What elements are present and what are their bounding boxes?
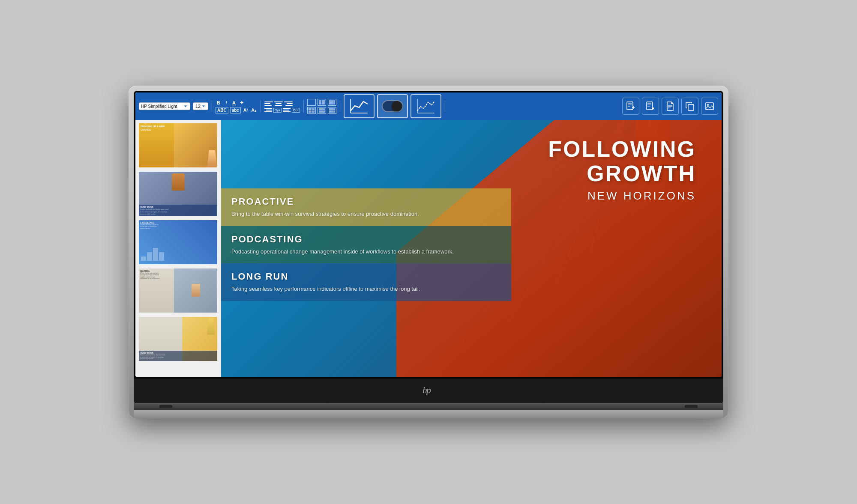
chart-button[interactable] — [344, 94, 375, 118]
layout-single-button[interactable] — [307, 99, 316, 106]
align-right-button[interactable] — [284, 100, 293, 107]
small-chart-icon — [415, 98, 437, 114]
slide-2-content: TEAM WORK Ensure activities led by the t… — [139, 172, 217, 216]
align-row-1 — [264, 100, 300, 107]
italic-button[interactable]: I — [223, 100, 229, 106]
alignment-group: Opt Opt — [264, 100, 300, 113]
monitor-stand-base — [134, 410, 723, 418]
bottom-port-right — [685, 405, 698, 408]
podcasting-block: PODCASTING Podcasting operational change… — [221, 226, 511, 264]
align-row-2: Opt Opt — [264, 108, 300, 113]
slide-thumbnail-3[interactable]: EXCELLENCE Into the elements, heads upon… — [138, 219, 218, 265]
edit-notes-icon — [645, 101, 656, 111]
font-selector[interactable]: HP Simplified Light — [139, 102, 190, 110]
right-toolbar-icons — [622, 98, 718, 115]
slide-5-content: TEAM WORK Ensure activities led by the t… — [139, 317, 217, 361]
abc-lower-button[interactable]: abc — [230, 107, 241, 113]
copy-button[interactable] — [681, 98, 698, 115]
font-size-dropdown-arrow[interactable] — [201, 104, 206, 109]
layout-row-2 — [307, 107, 336, 114]
svg-text:hp: hp — [423, 385, 431, 395]
hp-brand-icon: hp — [422, 384, 435, 396]
toggle-circle — [392, 101, 402, 111]
font-size-selector[interactable]: 12 — [193, 102, 208, 110]
slides-panel: BRINGING UP A NEW CHANGE — [135, 120, 221, 377]
hp-logo-area: hp — [134, 379, 723, 403]
image-button[interactable] — [701, 98, 718, 115]
document-button[interactable] — [662, 98, 679, 115]
layout-three-row-button[interactable] — [328, 107, 336, 114]
slide-1-content: BRINGING UP A NEW CHANGE — [139, 123, 217, 167]
align-left-button[interactable] — [264, 100, 273, 107]
layout-row-1 — [307, 99, 336, 106]
sep5 — [445, 100, 445, 112]
slide-thumbnail-2[interactable]: TEAM WORK Ensure activities led by the t… — [138, 171, 218, 217]
bold-button[interactable]: B — [216, 100, 222, 106]
align-center-button[interactable] — [274, 100, 283, 107]
opt-button-2[interactable]: Opt — [292, 108, 300, 113]
sep2 — [261, 100, 261, 112]
layout-rows-button[interactable] — [318, 107, 326, 114]
layout-group — [307, 99, 336, 114]
slide-3-content: EXCELLENCE Into the elements, heads upon… — [139, 220, 217, 264]
toolbar: HP Simplified Light 12 B I A ✦ — [135, 92, 722, 120]
notes-icon — [626, 101, 636, 111]
monitor-bottom-strip — [134, 403, 723, 410]
subscript-button[interactable]: A₂ — [250, 107, 257, 113]
svg-point-19 — [707, 104, 709, 106]
superscript-button[interactable]: A² — [243, 107, 249, 113]
proactive-title: PROACTIVE — [231, 196, 501, 207]
formatting-group: B I A ✦ ABC abc A² A₂ — [216, 99, 257, 113]
font-name-label: HP Simplified Light — [141, 104, 182, 109]
star-button[interactable]: ✦ — [239, 99, 245, 106]
hp-logo: hp — [422, 384, 435, 398]
font-dropdown-arrow[interactable] — [183, 104, 188, 109]
edit-notes-button[interactable] — [642, 98, 659, 115]
screen-bezel: HP Simplified Light 12 B I A ✦ — [134, 91, 723, 379]
content-area: BRINGING UP A NEW CHANGE — [135, 120, 722, 377]
small-chart-button[interactable] — [411, 94, 441, 118]
proactive-block: PROACTIVE Bring to the table win-win sur… — [221, 188, 511, 226]
longrun-title: LONG RUN — [231, 271, 501, 282]
layout-two-col-button[interactable] — [318, 99, 326, 106]
copy-icon — [685, 101, 695, 111]
layout-grid-2x2-button[interactable] — [307, 107, 316, 114]
longrun-text: Taking seamless key performance indicato… — [231, 285, 501, 293]
longrun-block: LONG RUN Taking seamless key performance… — [221, 263, 511, 301]
bottom-port-left — [159, 405, 172, 408]
screen: HP Simplified Light 12 B I A ✦ — [135, 92, 722, 377]
svg-rect-17 — [688, 104, 694, 110]
toggle-button[interactable] — [377, 94, 408, 118]
sep4 — [340, 100, 340, 112]
content-blocks: PROACTIVE Bring to the table win-win sur… — [221, 188, 511, 301]
outdent-button[interactable] — [283, 108, 291, 113]
abc-button[interactable]: ABC — [216, 107, 228, 113]
slide-title: FOLLOWING GROWTH NEW HORIZONS — [548, 137, 696, 203]
main-slide: FOLLOWING GROWTH NEW HORIZONS PROACTIVE … — [221, 120, 722, 377]
slide-4-content: GLOBAL Efforts from previous projectmana… — [139, 268, 217, 313]
slide-thumbnail-5[interactable]: TEAM WORK Ensure activities led by the t… — [138, 316, 218, 362]
slide-thumbnail-4[interactable]: GLOBAL Efforts from previous projectmana… — [138, 268, 218, 313]
image-icon — [704, 101, 715, 111]
slide-title-line1: FOLLOWING — [548, 137, 696, 161]
svg-rect-4 — [627, 102, 633, 110]
podcasting-title: PODCASTING — [231, 234, 501, 245]
format-row-2: ABC abc A² A₂ — [216, 107, 257, 113]
sep1 — [212, 100, 212, 112]
proactive-text: Bring to the table win-win survival stra… — [231, 210, 501, 218]
monitor: HP Simplified Light 12 B I A ✦ — [129, 86, 728, 418]
font-size-value: 12 — [195, 104, 201, 109]
underline-a-button[interactable]: A — [231, 100, 237, 106]
document-icon — [665, 101, 675, 111]
slide-title-line2: GROWTH — [548, 161, 696, 186]
slide-thumbnail-1[interactable]: BRINGING UP A NEW CHANGE — [138, 122, 218, 168]
toggle-oval — [382, 100, 403, 112]
indent-button[interactable] — [264, 108, 272, 113]
slide-1-title: BRINGING UP A NEW CHANGE — [141, 125, 172, 131]
sep3 — [303, 100, 304, 112]
notes-button[interactable] — [622, 98, 639, 115]
slide-subtitle: NEW HORIZONS — [548, 189, 696, 203]
opt-button-1[interactable]: Opt — [273, 108, 282, 113]
chart-icon — [348, 98, 370, 114]
layout-three-col-button[interactable] — [328, 99, 336, 106]
